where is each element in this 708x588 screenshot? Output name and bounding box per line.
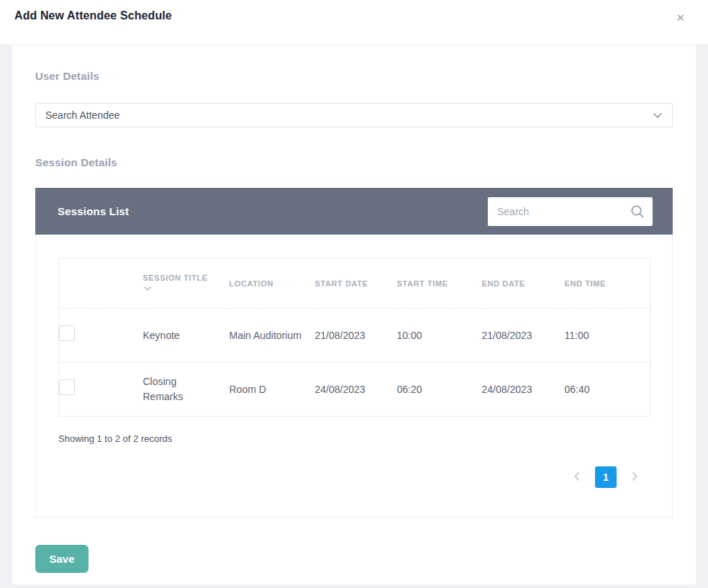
cell-end-date: 24/08/2023 [482,363,565,417]
cell-session-title: Keynote [143,309,230,363]
cell-start-time: 06:20 [397,363,482,417]
column-header-end-time[interactable]: END TIME [565,258,650,309]
user-details-heading: User Details [35,70,673,82]
column-header-start-time[interactable]: START TIME [397,258,482,309]
column-header-end-date[interactable]: END DATE [482,258,565,309]
records-summary: Showing 1 to 2 of 2 records [58,433,650,444]
sort-chevron-down-icon [143,284,219,293]
sessions-search-input[interactable] [488,197,653,226]
chevron-down-icon [653,109,663,122]
attendee-select-value: Search Attendee [45,109,120,121]
row-checkbox[interactable] [59,379,75,395]
pagination: 1 [58,466,650,488]
modal-title: Add New Attendee Schedule [14,9,172,22]
sessions-search [488,197,653,226]
cell-end-date: 21/08/2023 [482,309,565,363]
session-details-heading: Session Details [35,156,673,168]
sessions-table: SESSION TITLE LOCATION START DATE START … [58,258,650,417]
modal-header: Add New Attendee Schedule ✕ [0,0,708,45]
column-header-session-title[interactable]: SESSION TITLE [143,258,230,309]
modal-content-card: User Details Search Attendee Session Det… [12,45,696,584]
table-row: Keynote Main Auditorium 21/08/2023 10:00… [59,309,650,363]
cell-location: Room D [230,363,315,417]
page-number-button[interactable]: 1 [595,466,617,488]
sessions-panel-title: Sessions List [58,205,129,217]
cell-end-time: 06:40 [565,363,650,417]
table-row: Closing Remarks Room D 24/08/2023 06:20 … [59,363,650,417]
cell-start-date: 21/08/2023 [315,309,397,363]
cell-start-time: 10:00 [397,309,482,363]
cell-end-time: 11:00 [565,309,650,363]
table-header-row: SESSION TITLE LOCATION START DATE START … [59,258,650,309]
close-icon[interactable]: ✕ [673,11,688,24]
previous-page-icon[interactable] [569,469,585,487]
row-checkbox[interactable] [59,325,75,341]
modal-body: User Details Search Attendee Session Det… [0,45,708,584]
save-button[interactable]: Save [35,545,88,573]
sessions-panel-body: SESSION TITLE LOCATION START DATE START … [35,235,673,517]
sessions-list-panel: Sessions List [35,188,673,517]
next-page-icon[interactable] [627,469,643,487]
column-header-location[interactable]: LOCATION [230,258,315,309]
sessions-panel-header: Sessions List [35,188,673,235]
select-column-header [59,258,143,309]
cell-location: Main Auditorium [230,309,315,363]
column-header-start-date[interactable]: START DATE [315,258,397,309]
add-attendee-schedule-modal: Add New Attendee Schedule ✕ User Details… [0,0,708,584]
cell-session-title: Closing Remarks [143,363,230,417]
attendee-select[interactable]: Search Attendee [35,103,673,127]
cell-start-date: 24/08/2023 [315,363,397,417]
